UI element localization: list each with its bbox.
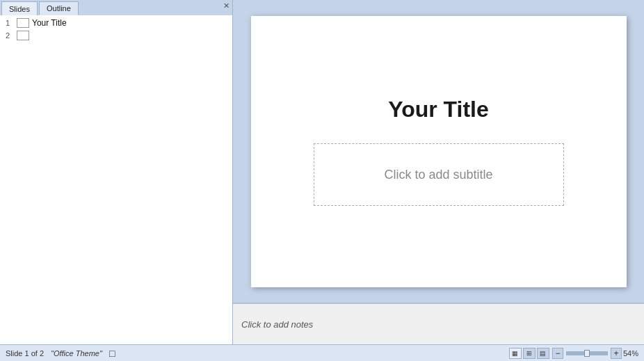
outline-number-2: 2 (6, 31, 14, 40)
outline-title-1: Your Title (32, 18, 67, 28)
slide-subtitle-box[interactable]: Click to add subtitle (314, 143, 564, 206)
zoom-slider[interactable] (566, 351, 608, 355)
outline-content: 1 Your Title 2 (0, 15, 232, 344)
view-icons: ▦ ⊞ ▤ (509, 348, 549, 359)
status-right: ▦ ⊞ ▤ − + 54% (509, 348, 638, 359)
notes-placeholder: Click to add notes (241, 319, 313, 330)
zoom-percent: 54% (623, 349, 638, 358)
outline-item-2: 2 (6, 31, 227, 40)
slide-info: Slide 1 of 2 (6, 349, 44, 358)
zoom-in-button[interactable]: + (611, 348, 622, 359)
view-normal-button[interactable]: ▦ (509, 348, 522, 359)
theme-label[interactable]: "Office Theme" (51, 349, 102, 358)
view-reading-button[interactable]: ▤ (537, 348, 549, 359)
tabs-bar: Slides Outline ✕ (0, 0, 232, 15)
right-panel: Your Title Click to add subtitle Click t… (233, 0, 644, 344)
slide-subtitle-placeholder: Click to add subtitle (384, 168, 492, 182)
outline-item-1: 1 Your Title (6, 18, 227, 28)
main-area: Slides Outline ✕ 1 Your Title 2 Your Tit… (0, 0, 644, 344)
outline-number-1: 1 (6, 19, 14, 27)
left-panel: Slides Outline ✕ 1 Your Title 2 (0, 0, 233, 344)
close-panel-button[interactable]: ✕ (223, 2, 230, 10)
slide-thumbnail-2 (17, 31, 29, 40)
tab-slides[interactable]: Slides (1, 1, 38, 15)
view-slide-sorter-button[interactable]: ⊞ (523, 348, 536, 359)
notes-area[interactable]: Click to add notes (233, 303, 644, 344)
slide-canvas[interactable]: Your Title Click to add subtitle (251, 16, 627, 287)
slide-area: Your Title Click to add subtitle (233, 0, 644, 303)
status-bar: Slide 1 of 2 "Office Theme" □ ▦ ⊞ ▤ − + … (0, 344, 644, 361)
tab-outline[interactable]: Outline (39, 1, 79, 15)
zoom-slider-thumb (584, 350, 590, 357)
zoom-out-button[interactable]: − (552, 348, 563, 359)
slide-thumbnail-1 (17, 18, 29, 28)
status-left: Slide 1 of 2 "Office Theme" □ (6, 348, 115, 359)
slide-title: Your Title (388, 97, 489, 122)
zoom-control: − + 54% (552, 348, 638, 359)
fit-slide-icon[interactable]: □ (109, 348, 115, 359)
